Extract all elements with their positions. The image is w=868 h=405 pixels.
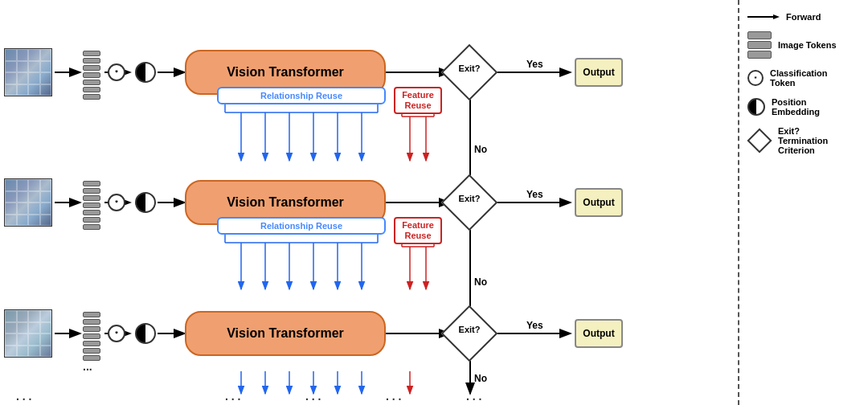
svg-text:. . .: . . . (386, 390, 401, 403)
pos-embed-label-line1: Position (772, 97, 820, 107)
image-patch-row2 (4, 178, 52, 227)
vit-label-row3: Vision Transformer (227, 326, 344, 341)
image-tokens-icon (747, 31, 772, 59)
output-label-row3: Output (583, 328, 614, 339)
feature-reuse-label-row1: Feature Reuse (402, 90, 434, 110)
svg-text:No: No (474, 144, 487, 155)
legend-cls-token: * Classification Token (747, 68, 860, 88)
vit-label-row1: Vision Transformer (227, 65, 344, 80)
output-label-row1: Output (583, 67, 614, 78)
token-rect (83, 87, 100, 92)
forward-arrow-icon (747, 12, 780, 22)
output-label-row2: Output (583, 197, 614, 208)
svg-text:. . .: . . . (16, 390, 31, 403)
forward-label: Forward (786, 12, 821, 22)
pos-embed-row3 (135, 323, 156, 344)
svg-text:. . .: . . . (305, 390, 321, 403)
token-rect (83, 94, 100, 100)
token-rect (83, 51, 100, 56)
token-seq-row3 (83, 312, 100, 361)
image-patch-row3 (4, 309, 52, 358)
rel-reuse-box-row2: Relationship Reuse (217, 217, 386, 235)
termination-label-line3: Criterion (778, 145, 828, 155)
pos-embed-row1 (135, 62, 156, 83)
legend-forward: Forward (747, 12, 860, 22)
svg-text:Yes: Yes (526, 189, 543, 200)
cls-token-icon: * (747, 70, 764, 86)
vit-box-row3: Vision Transformer (185, 311, 386, 356)
feature-reuse-label-row2: Feature Reuse (402, 220, 434, 240)
termination-icon (747, 131, 772, 150)
feature-reuse-row1: Feature Reuse (394, 87, 442, 114)
legend-image-tokens: Image Tokens (747, 31, 860, 59)
token-seq-row1 (83, 51, 100, 100)
output-box-row1: Output (575, 58, 623, 87)
svg-text:No: No (474, 276, 487, 288)
exit-label-row1: Exit? (452, 63, 486, 73)
output-box-row2: Output (575, 188, 623, 217)
pos-embed-row2 (135, 192, 156, 213)
cls-token-row2: * (108, 194, 125, 211)
rel-reuse-label-row2: Relationship Reuse (260, 221, 342, 231)
svg-text:Yes: Yes (526, 320, 543, 331)
token-rect (83, 58, 100, 63)
dots-row3: ... (83, 360, 92, 373)
rel-reuse-box-row1: Relationship Reuse (217, 87, 386, 104)
termination-label-line1: Exit? (778, 126, 828, 136)
token-rect (83, 80, 100, 85)
svg-text:. . .: . . . (225, 390, 240, 403)
rel-reuse-label-row1: Relationship Reuse (260, 91, 342, 100)
legend-pos-embed: Position Embedding (747, 97, 860, 117)
exit-label-row3: Exit? (452, 325, 486, 334)
output-box-row3: Output (575, 319, 623, 348)
image-tokens-label: Image Tokens (778, 40, 837, 50)
feature-reuse-row2: Feature Reuse (394, 217, 442, 244)
exit-diamond-row1: Exit? (448, 51, 490, 93)
token-rect (83, 65, 100, 71)
legend-termination: Exit? Termination Criterion (747, 126, 860, 155)
pos-embed-label-line2: Embedding (772, 107, 820, 117)
image-patch-row1 (4, 48, 52, 96)
svg-marker-69 (773, 14, 780, 19)
exit-label-row2: Exit? (452, 194, 486, 203)
vit-label-row2: Vision Transformer (227, 195, 344, 210)
termination-label-line2: Termination (778, 136, 828, 145)
cls-token-row1: * (108, 63, 125, 81)
cls-token-label-line2: Token (770, 78, 828, 88)
token-rect (83, 72, 100, 78)
cls-token-row3: * (108, 325, 125, 342)
svg-text:No: No (474, 373, 487, 384)
svg-text:Yes: Yes (526, 59, 543, 70)
svg-text:. . .: . . . (466, 390, 481, 403)
exit-diamond-row2: Exit? (448, 182, 490, 223)
pos-embed-icon (747, 98, 765, 116)
cls-token-label-line1: Classification (770, 68, 828, 78)
exit-diamond-row3: Exit? (448, 313, 490, 354)
diagram-area: Yes Yes Yes No No No . . . . . . . . . .… (0, 0, 739, 405)
main-container: Yes Yes Yes No No No . . . . . . . . . .… (0, 0, 868, 405)
legend-area: Forward Image Tokens * Classification To… (739, 0, 868, 405)
token-seq-row2 (83, 181, 100, 230)
